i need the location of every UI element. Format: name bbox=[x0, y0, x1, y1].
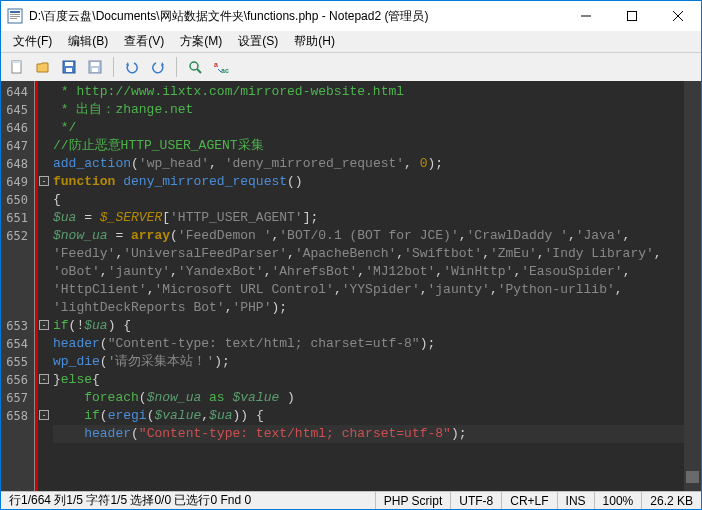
code-line[interactable]: //防止恶意HTTP_USER_AGENT采集 bbox=[53, 137, 684, 155]
code-line[interactable]: * http://www.ilxtx.com/mirrored-website.… bbox=[53, 83, 684, 101]
line-number: 658 bbox=[1, 407, 34, 425]
scrollbar-thumb[interactable] bbox=[686, 471, 699, 483]
code-line[interactable]: $ua = $_SERVER['HTTP_USER_AGENT']; bbox=[53, 209, 684, 227]
menu-file[interactable]: 文件(F) bbox=[5, 31, 60, 52]
line-number bbox=[1, 425, 34, 443]
line-number: 649 bbox=[1, 173, 34, 191]
svg-line-18 bbox=[197, 69, 201, 73]
line-number bbox=[1, 299, 34, 317]
line-number-gutter: 6446456466476486496506516526536546556566… bbox=[1, 81, 35, 491]
code-line[interactable]: wp_die('请勿采集本站！'); bbox=[53, 353, 684, 371]
line-number: 653 bbox=[1, 317, 34, 335]
fold-toggle[interactable]: - bbox=[39, 410, 49, 420]
code-line[interactable]: */ bbox=[53, 119, 684, 137]
code-line[interactable]: header("Content-type: text/html; charset… bbox=[53, 335, 684, 353]
title-bar: D:\百度云盘\Documents\网站数据文件夹\functions.php … bbox=[1, 1, 701, 31]
line-number: 648 bbox=[1, 155, 34, 173]
save-button[interactable] bbox=[57, 55, 81, 79]
line-number: 645 bbox=[1, 101, 34, 119]
fold-toggle[interactable]: - bbox=[39, 176, 49, 186]
svg-text:ac: ac bbox=[221, 67, 229, 74]
code-line[interactable]: 'oBot','jaunty','YandexBot','AhrefsBot',… bbox=[53, 263, 684, 281]
code-line[interactable]: if(!$ua) { bbox=[53, 317, 684, 335]
status-eol[interactable]: CR+LF bbox=[502, 492, 557, 509]
line-number: 655 bbox=[1, 353, 34, 371]
code-line[interactable]: 'Feedly','UniversalFeedParser','ApacheBe… bbox=[53, 245, 684, 263]
status-zoom[interactable]: 100% bbox=[595, 492, 643, 509]
status-language[interactable]: PHP Script bbox=[376, 492, 451, 509]
save-as-button[interactable] bbox=[83, 55, 107, 79]
code-line[interactable]: 'lightDeckReports Bot','PHP'); bbox=[53, 299, 684, 317]
undo-button[interactable] bbox=[120, 55, 144, 79]
line-number: 646 bbox=[1, 119, 34, 137]
line-number: 650 bbox=[1, 191, 34, 209]
svg-rect-1 bbox=[10, 11, 20, 13]
code-line[interactable]: add_action('wp_head', 'deny_mirrored_req… bbox=[53, 155, 684, 173]
menu-help[interactable]: 帮助(H) bbox=[286, 31, 343, 52]
svg-rect-12 bbox=[65, 62, 73, 66]
toolbar: aac bbox=[1, 53, 701, 81]
menu-bar: 文件(F) 编辑(B) 查看(V) 方案(M) 设置(S) 帮助(H) bbox=[1, 31, 701, 53]
svg-rect-3 bbox=[10, 16, 20, 17]
line-number: 657 bbox=[1, 389, 34, 407]
status-position: 行1/664 列1/5 字符1/5 选择0/0 已选行0 Fnd 0 bbox=[1, 492, 376, 509]
line-number: 651 bbox=[1, 209, 34, 227]
find-button[interactable] bbox=[183, 55, 207, 79]
close-button[interactable] bbox=[655, 1, 701, 31]
code-editor[interactable]: * http://www.ilxtx.com/mirrored-website.… bbox=[49, 81, 684, 491]
editor-area: 6446456466476486496506516526536546556566… bbox=[1, 81, 701, 491]
maximize-button[interactable] bbox=[609, 1, 655, 31]
replace-button[interactable]: aac bbox=[209, 55, 233, 79]
code-line[interactable]: header("Content-type: text/html; charset… bbox=[53, 425, 684, 443]
svg-text:a: a bbox=[214, 61, 218, 68]
code-line[interactable]: * 出自：zhange.net bbox=[53, 101, 684, 119]
status-filesize: 26.2 KB bbox=[642, 492, 701, 509]
code-line[interactable]: }else{ bbox=[53, 371, 684, 389]
line-number: 652 bbox=[1, 227, 34, 245]
new-file-button[interactable] bbox=[5, 55, 29, 79]
toolbar-separator bbox=[176, 57, 177, 77]
line-number bbox=[1, 263, 34, 281]
code-line[interactable]: function deny_mirrored_request() bbox=[53, 173, 684, 191]
code-line[interactable]: if(eregi($value,$ua)) { bbox=[53, 407, 684, 425]
code-line[interactable]: { bbox=[53, 191, 684, 209]
line-number: 654 bbox=[1, 335, 34, 353]
toolbar-separator bbox=[113, 57, 114, 77]
svg-rect-15 bbox=[91, 62, 99, 66]
window-title: D:\百度云盘\Documents\网站数据文件夹\functions.php … bbox=[29, 8, 563, 25]
status-encoding[interactable]: UTF-8 bbox=[451, 492, 502, 509]
minimize-button[interactable] bbox=[563, 1, 609, 31]
svg-rect-16 bbox=[92, 68, 98, 72]
menu-edit[interactable]: 编辑(B) bbox=[60, 31, 116, 52]
code-line[interactable]: foreach($now_ua as $value ) bbox=[53, 389, 684, 407]
menu-scheme[interactable]: 方案(M) bbox=[172, 31, 230, 52]
line-number bbox=[1, 245, 34, 263]
code-line[interactable]: 'HttpClient','Microsoft URL Control','YY… bbox=[53, 281, 684, 299]
svg-point-17 bbox=[190, 62, 198, 70]
menu-view[interactable]: 查看(V) bbox=[116, 31, 172, 52]
line-number: 647 bbox=[1, 137, 34, 155]
fold-column[interactable]: ---- bbox=[35, 81, 49, 491]
app-icon bbox=[7, 8, 23, 24]
vertical-scrollbar[interactable] bbox=[684, 81, 701, 491]
line-number bbox=[1, 281, 34, 299]
svg-rect-10 bbox=[12, 61, 21, 63]
redo-button[interactable] bbox=[146, 55, 170, 79]
status-bar: 行1/664 列1/5 字符1/5 选择0/0 已选行0 Fnd 0 PHP S… bbox=[1, 491, 701, 509]
menu-settings[interactable]: 设置(S) bbox=[230, 31, 286, 52]
line-number: 656 bbox=[1, 371, 34, 389]
svg-rect-4 bbox=[10, 18, 17, 19]
svg-rect-6 bbox=[628, 12, 637, 21]
open-file-button[interactable] bbox=[31, 55, 55, 79]
fold-toggle[interactable]: - bbox=[39, 320, 49, 330]
line-number: 644 bbox=[1, 83, 34, 101]
fold-toggle[interactable]: - bbox=[39, 374, 49, 384]
svg-rect-13 bbox=[66, 68, 72, 72]
code-line[interactable]: $now_ua = array('FeedDemon ','BOT/0.1 (B… bbox=[53, 227, 684, 245]
status-insert-mode[interactable]: INS bbox=[558, 492, 595, 509]
svg-rect-2 bbox=[10, 14, 20, 15]
